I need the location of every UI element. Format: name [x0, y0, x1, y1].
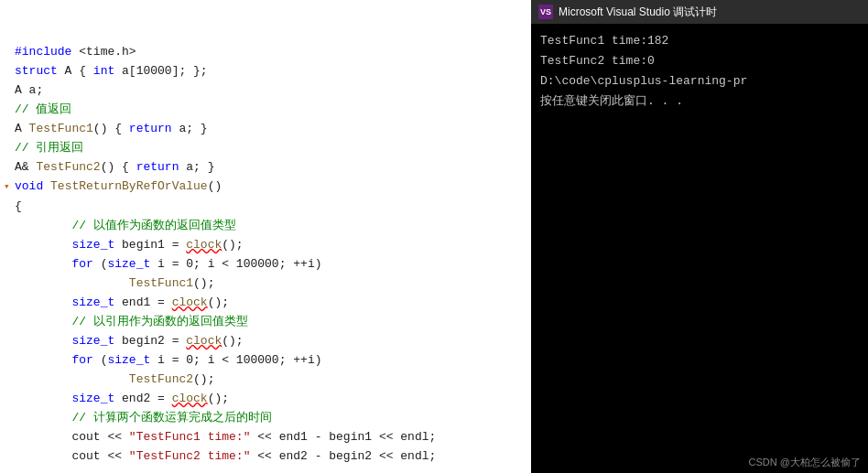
code-text: cout << "TestFunc2 time:" << end2 - begi… [15, 446, 531, 466]
code-line: // 以引用作为函数的返回值类型 [0, 312, 531, 331]
code-text: size_t begin2 = clock(); [15, 331, 531, 350]
code-line: A TestFunc1() { return a; } [0, 119, 531, 138]
code-text: cout << "TestFunc1 time:" << end1 - begi… [15, 427, 531, 446]
code-text: size_t begin1 = clock(); [15, 235, 531, 254]
code-text: TestFunc1(); [15, 274, 531, 293]
code-line: TestFunc1(); [0, 274, 531, 293]
console-line: TestFunc2 time:0 [540, 51, 859, 71]
code-text: // 以引用作为函数的返回值类型 [15, 312, 531, 331]
code-text: A a; [15, 81, 531, 100]
code-line: size_t begin2 = clock(); [0, 331, 531, 350]
code-text: // 值返回 [15, 100, 531, 119]
code-line: // 计算两个函数运算完成之后的时间 [0, 408, 531, 427]
console-panel: VS Microsoft Visual Studio 调试计时 TestFunc… [531, 0, 868, 473]
code-text: for (size_t i = 0; i < 100000; ++i) [15, 350, 531, 370]
code-text: size_t end2 = clock(); [15, 389, 531, 408]
code-line: TestFunc2(); [0, 370, 531, 389]
code-editor: #include <time.h>struct A { int a[10000]… [0, 0, 531, 473]
code-text: // 以值作为函数的返回值类型 [15, 216, 531, 235]
code-text: // 计算两个函数运算完成之后的时间 [15, 408, 531, 427]
code-line: size_t begin1 = clock(); [0, 235, 531, 254]
code-line: cout << "TestFunc1 time:" << end1 - begi… [0, 427, 531, 446]
code-line: cout << "TestFunc2 time:" << end2 - begi… [0, 446, 531, 466]
code-line: { [0, 197, 531, 216]
code-text: for (size_t i = 0; i < 100000; ++i) [15, 254, 531, 274]
code-line: A& TestFunc2() { return a; } [0, 157, 531, 177]
code-line: #include <time.h> [0, 42, 531, 61]
code-text: #include <time.h> [15, 42, 531, 61]
code-text: // 引用返回 [15, 138, 531, 157]
console-line: TestFunc1 time:182 [540, 31, 859, 51]
console-footer: CSDN @大柏怎么被偷了 [531, 452, 868, 473]
code-line: size_t end1 = clock(); [0, 293, 531, 312]
code-text: struct A { int a[10000]; }; [15, 61, 531, 81]
code-line: // 值返回 [0, 100, 531, 119]
code-text: A& TestFunc2() { return a; } [15, 157, 531, 177]
code-line: for (size_t i = 0; i < 100000; ++i) [0, 254, 531, 274]
console-title: Microsoft Visual Studio 调试计时 [559, 5, 717, 20]
code-line: // 以值作为函数的返回值类型 [0, 216, 531, 235]
code-line: struct A { int a[10000]; }; [0, 61, 531, 81]
console-titlebar: VS Microsoft Visual Studio 调试计时 [531, 0, 868, 24]
console-line: D:\code\cplusplus-learning-pr [540, 71, 859, 91]
console-line: 按任意键关闭此窗口. . . [540, 91, 859, 112]
code-text: TestFunc2(); [15, 370, 531, 389]
console-body: TestFunc1 time:182TestFunc2 time:0D:\cod… [531, 24, 868, 452]
vs-icon: VS [538, 5, 553, 19]
code-line: ▾void TestReturnByRefOrValue() [0, 177, 531, 197]
line-indicator: ▾ [4, 177, 15, 197]
code-line: // 引用返回 [0, 138, 531, 157]
code-text: size_t end1 = clock(); [15, 293, 531, 312]
code-line: size_t end2 = clock(); [0, 389, 531, 408]
code-text: A TestFunc1() { return a; } [15, 119, 531, 138]
code-line: for (size_t i = 0; i < 100000; ++i) [0, 350, 531, 370]
code-text: void TestReturnByRefOrValue() [15, 177, 531, 196]
code-line: A a; [0, 81, 531, 100]
code-text: { [15, 197, 531, 216]
code-content: #include <time.h>struct A { int a[10000]… [0, 0, 531, 469]
